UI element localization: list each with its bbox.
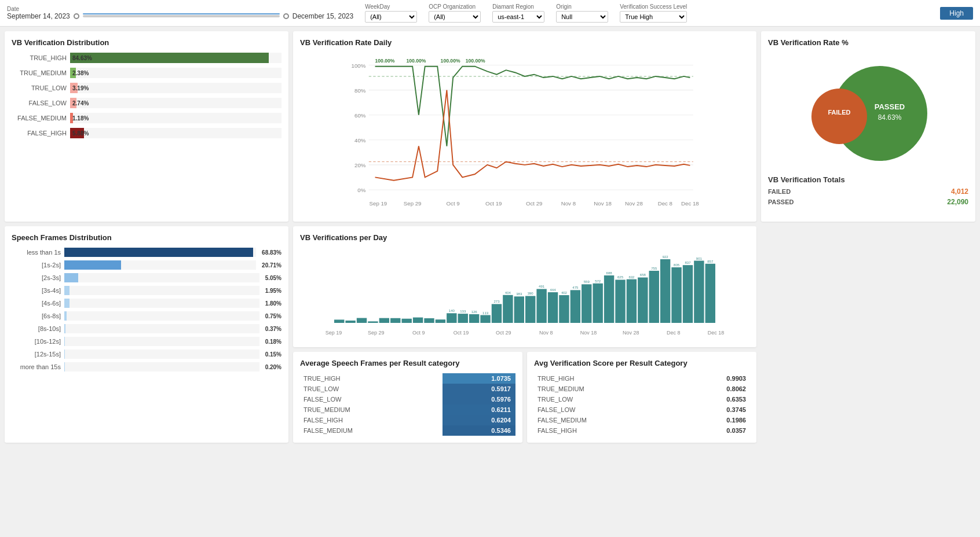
svg-text:Dec 8: Dec 8	[658, 200, 672, 207]
speech-bar-label: [12s-15s]	[12, 351, 61, 358]
dist-bar-wrap: 1.18%	[70, 113, 281, 123]
dist-pct-label: 2.38%	[72, 70, 89, 76]
speech-bar-label: [3s-4s]	[12, 287, 61, 294]
speech-row: [4s-6s]1.80%	[12, 299, 281, 308]
dist-row: TRUE_HIGH84.63%	[12, 53, 281, 63]
svg-text:Nov 18: Nov 18	[594, 200, 612, 207]
dist-bar-fill: 84.63%	[70, 53, 269, 63]
bar-value-label: 390	[528, 292, 534, 295]
avg-speech-card: Average Speech Frames per Result categor…	[293, 352, 522, 443]
bar-fill	[615, 279, 625, 323]
bar-fill	[548, 292, 558, 323]
table-row: TRUE_LOW0.6353	[534, 394, 749, 404]
bar-chart: 1401331261132734043833904914444024755595…	[300, 248, 749, 340]
right-bottom-placeholder	[761, 226, 975, 443]
speech-bar-fill	[64, 324, 65, 333]
bar-fill	[559, 295, 569, 323]
speech-bar-wrap	[64, 362, 259, 372]
verification-select[interactable]: True High	[620, 11, 687, 23]
date-range: September 14, 2023 December 15, 2023	[7, 12, 353, 20]
svg-text:84.63%: 84.63%	[878, 113, 902, 122]
speech-dist-chart: less than 1s68.83%[1s-2s]20.71%[2s-3s]5.…	[12, 248, 281, 372]
bar-value-label: 688	[606, 271, 613, 275]
origin-select[interactable]: Null	[556, 11, 608, 23]
svg-text:Nov 8: Nov 8	[561, 200, 576, 207]
speech-row: [12s-15s]0.15%	[12, 350, 281, 359]
bar-fill	[525, 296, 535, 323]
table-row: TRUE_HIGH1.0735	[300, 373, 515, 384]
speech-bar-fill	[64, 350, 65, 359]
bar-fill	[694, 261, 704, 323]
dist-pct-label: 2.74%	[72, 100, 89, 106]
bar-fill	[401, 319, 411, 323]
bar-fill	[604, 275, 614, 323]
ocp-select[interactable]: (All)	[429, 11, 481, 23]
diamant-select[interactable]: us-east-1	[492, 11, 544, 23]
dist-bar-label: FALSE_MEDIUM	[12, 115, 67, 122]
speech-bar-fill	[64, 273, 78, 282]
bar-fill	[458, 314, 468, 323]
speech-pct-label: 5.05%	[265, 275, 281, 281]
speech-bar-wrap	[64, 286, 259, 295]
date-label: Date	[7, 6, 353, 12]
donut-svg: PASSED 84.63% FAILED	[796, 53, 941, 168]
weekday-select[interactable]: (All)	[365, 11, 417, 23]
bar-x-label: Nov 8	[539, 330, 553, 336]
speech-row: [2s-3s]5.05%	[12, 273, 281, 282]
dist-row: FALSE_LOW2.74%	[12, 98, 281, 108]
totals-failed-value: 4,012	[951, 187, 968, 196]
avg-score-row-value: 0.6353	[681, 394, 749, 404]
svg-text:Oct 19: Oct 19	[485, 200, 502, 207]
speech-bar-wrap	[64, 273, 259, 282]
avg-score-row-label: FALSE_LOW	[534, 404, 681, 415]
avg-score-card: Avg Verification Score per Result Catego…	[527, 352, 756, 443]
weekday-filter: WeekDay (All)	[365, 3, 417, 23]
speech-pct-label: 0.75%	[265, 313, 281, 319]
rate-pct-title: VB Verification Rate %	[768, 38, 968, 47]
avg-speech-row-value: 1.0735	[443, 373, 515, 384]
bar-fill	[582, 284, 591, 323]
donut-container: PASSED 84.63% FAILED	[768, 53, 968, 168]
speech-dist-card: Speech Frames Distribution less than 1s6…	[5, 226, 288, 443]
table-row: FALSE_MEDIUM0.1986	[534, 415, 749, 425]
table-row: FALSE_LOW0.5976	[300, 394, 515, 404]
bar-value-label: 402	[561, 291, 568, 295]
svg-text:Nov 28: Nov 28	[625, 200, 643, 207]
bar-x-label: Nov 28	[623, 330, 639, 336]
avg-score-title: Avg Verification Score per Result Catego…	[534, 359, 749, 367]
verifications-per-day-title: VB Verifications per Day	[300, 233, 749, 242]
dist-bar-wrap: 84.63%	[70, 53, 281, 63]
speech-pct-label: 68.83%	[262, 249, 281, 256]
slider-start-dot[interactable]	[74, 13, 79, 19]
bar-value-label: 922	[663, 255, 669, 259]
dist-pct-label: 5.88%	[72, 130, 89, 137]
avg-speech-row-value: 0.5917	[443, 384, 515, 394]
slider-end-dot[interactable]	[283, 13, 289, 19]
speech-pct-label: 0.20%	[265, 364, 281, 370]
svg-text:0%: 0%	[357, 187, 365, 193]
bar-fill	[627, 279, 637, 323]
bar-value-label: 632	[628, 275, 635, 279]
speech-bar-fill	[64, 286, 70, 295]
bar-x-label: Sep 19	[326, 330, 342, 336]
totals-section: VB Verification Totals FAILED 4,012 PASS…	[768, 175, 968, 206]
bar-value-label: 901	[696, 257, 703, 260]
avg-speech-row-label: FALSE_LOW	[300, 394, 443, 404]
dist-row: FALSE_MEDIUM1.18%	[12, 113, 281, 123]
date-slider[interactable]	[83, 15, 280, 17]
speech-pct-label: 1.95%	[265, 288, 281, 294]
date-filter: Date September 14, 2023 December 15, 202…	[7, 6, 353, 20]
rate-pct-card: VB Verification Rate % PASSED 84.63% FAI…	[761, 31, 975, 222]
distribution-chart: TRUE_HIGH84.63%TRUE_MEDIUM2.38%TRUE_LOW3…	[12, 53, 281, 138]
date-start: September 14, 2023	[7, 12, 70, 20]
bar-value-label: 404	[505, 291, 511, 295]
table-row: TRUE_MEDIUM0.6211	[300, 404, 515, 415]
bar-fill	[638, 277, 648, 323]
bar-fill	[390, 318, 400, 323]
avg-speech-title: Average Speech Frames per Result categor…	[300, 359, 515, 367]
bar-value-label: 140	[449, 309, 455, 312]
bar-value-label: 383	[516, 292, 522, 296]
date-end: December 15, 2023	[292, 12, 353, 20]
dist-bar-fill: 1.18%	[70, 113, 73, 123]
avg-speech-row-value: 0.5976	[443, 394, 515, 404]
